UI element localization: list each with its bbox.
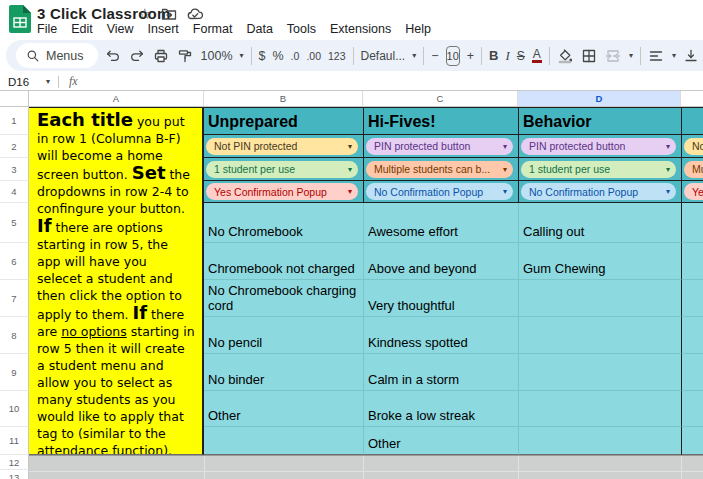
font-size-input[interactable]: 10	[446, 46, 460, 66]
chip-caret-icon[interactable]: ▾	[348, 165, 352, 174]
strikethrough-button[interactable]: S	[517, 49, 525, 63]
font-caret-icon[interactable]: ▾	[412, 51, 416, 60]
column-header-e-partial[interactable]	[681, 91, 703, 106]
empty-rows-area[interactable]	[29, 455, 703, 479]
paint-format-button[interactable]	[177, 47, 194, 64]
text-color-button[interactable]: A	[532, 48, 542, 63]
menu-data[interactable]: Data	[239, 21, 279, 37]
chip-caret-icon[interactable]: ▾	[348, 142, 352, 151]
menu-tools[interactable]: Tools	[280, 21, 323, 37]
row-header[interactable]: 3	[0, 158, 29, 181]
cell-b11[interactable]	[204, 427, 363, 455]
select-all-corner[interactable]	[0, 91, 29, 106]
star-icon[interactable]: ☆	[138, 6, 151, 22]
fill-color-button[interactable]	[557, 47, 574, 64]
vertical-align-button[interactable]	[683, 47, 700, 64]
increase-decimal-button[interactable]: .00	[306, 50, 321, 62]
cell-b4-dropdown[interactable]: Yes Confirmation Popup▾	[204, 181, 363, 203]
cell-d4-dropdown[interactable]: No Confirmation Popup▾	[518, 181, 681, 203]
cell-c9[interactable]: Calm in a storm	[363, 354, 518, 391]
cell-b10[interactable]: Other	[204, 391, 363, 427]
name-box-caret-icon[interactable]: ▾	[46, 77, 50, 86]
row-header[interactable]: 10	[0, 391, 29, 427]
cell-e4-dropdown[interactable]: Yes	[681, 181, 703, 203]
zoom-level[interactable]: 100%	[201, 49, 233, 63]
cell-e8[interactable]	[681, 317, 703, 354]
cloud-status-icon[interactable]	[187, 6, 204, 22]
cell-d1-title[interactable]: Behavior	[518, 107, 681, 135]
menu-format[interactable]: Format	[186, 21, 240, 37]
format-currency-button[interactable]: $	[259, 49, 266, 63]
menu-view[interactable]: View	[100, 21, 141, 37]
cell-b3-dropdown[interactable]: 1 student per use▾	[204, 158, 363, 181]
cell-e1-title[interactable]	[681, 107, 703, 135]
row-header[interactable]: 12	[0, 455, 29, 470]
merge-caret-icon[interactable]: ▾	[629, 51, 633, 60]
column-header-c[interactable]: C	[363, 91, 518, 106]
menu-edit[interactable]: Edit	[64, 21, 100, 37]
row-header[interactable]: 5	[0, 203, 29, 243]
cell-d5[interactable]: Calling out	[518, 203, 681, 243]
cell-d7[interactable]	[518, 280, 681, 317]
cell-c11[interactable]: Other	[363, 427, 518, 455]
row-header[interactable]: 8	[0, 317, 29, 354]
cell-c3-dropdown[interactable]: Multiple students can b...▾	[363, 158, 518, 181]
menu-help[interactable]: Help	[398, 21, 438, 37]
cell-d2-dropdown[interactable]: PIN protected button▾	[518, 135, 681, 158]
name-box[interactable]: D16	[0, 76, 46, 88]
chip-caret-icon[interactable]: ▾	[503, 165, 507, 174]
menu-insert[interactable]: Insert	[141, 21, 186, 37]
row-header[interactable]: 2	[0, 135, 29, 158]
chip-caret-icon[interactable]: ▾	[666, 187, 670, 196]
cell-d3-dropdown[interactable]: 1 student per use▾	[518, 158, 681, 181]
decrease-decimal-button[interactable]: .0	[291, 50, 300, 62]
redo-button[interactable]	[129, 47, 146, 64]
cell-c1-title[interactable]: Hi-Fives!	[363, 107, 518, 135]
formula-input[interactable]	[78, 73, 703, 90]
print-button[interactable]	[153, 47, 170, 64]
cell-e10[interactable]	[681, 391, 703, 427]
cell-b6[interactable]: Chromebook not charged	[204, 243, 363, 280]
chip-caret-icon[interactable]: ▾	[503, 142, 507, 151]
cell-e6[interactable]	[681, 243, 703, 280]
cell-e3-dropdown[interactable]: Mul	[681, 158, 703, 181]
move-folder-icon[interactable]	[161, 6, 177, 22]
cell-c7[interactable]: Very thoughtful	[363, 280, 518, 317]
sheets-logo-icon[interactable]	[9, 5, 31, 33]
cell-d9[interactable]	[518, 354, 681, 391]
chip-caret-icon[interactable]: ▾	[666, 142, 670, 151]
cell-c5[interactable]: Awesome effort	[363, 203, 518, 243]
cell-b1-title[interactable]: Unprepared	[204, 107, 363, 135]
cell-b5[interactable]: No Chromebook	[204, 203, 363, 243]
row-header[interactable]: 9	[0, 354, 29, 391]
bold-button[interactable]: B	[489, 48, 498, 63]
number-format-button[interactable]: 123	[328, 50, 346, 62]
merge-cells-button[interactable]	[605, 47, 622, 64]
undo-button[interactable]	[105, 47, 122, 64]
cell-c8[interactable]: Kindness spotted	[363, 317, 518, 354]
row-header[interactable]: 1	[0, 107, 29, 135]
italic-button[interactable]: I	[506, 48, 510, 64]
row-header[interactable]: 13	[0, 470, 29, 479]
cell-e5[interactable]	[681, 203, 703, 243]
cell-c2-dropdown[interactable]: PIN protected button▾	[363, 135, 518, 158]
cell-c10[interactable]: Broke a low streak	[363, 391, 518, 427]
zoom-caret-icon[interactable]: ▾	[240, 51, 244, 60]
format-percent-button[interactable]: %	[272, 49, 283, 63]
horizontal-align-caret-icon[interactable]: ▾	[672, 51, 676, 60]
cell-c4-dropdown[interactable]: No Confirmation Popup▾	[363, 181, 518, 203]
cell-b7[interactable]: No Chromebook charging cord	[204, 280, 363, 317]
cell-a1-instruction-note[interactable]: Each title you put in row 1 (Columna B-F…	[29, 107, 204, 455]
row-header[interactable]: 6	[0, 243, 29, 280]
font-selector[interactable]: Defaul...	[361, 49, 406, 63]
row-header[interactable]: 11	[0, 427, 29, 455]
cell-d6[interactable]: Gum Chewing	[518, 243, 681, 280]
row-header[interactable]: 4	[0, 181, 29, 203]
cell-b2-dropdown[interactable]: Not PIN protected▾	[204, 135, 363, 158]
column-header-a[interactable]: A	[29, 91, 204, 106]
cell-d10[interactable]	[518, 391, 681, 427]
cell-e7[interactable]	[681, 280, 703, 317]
cell-d11[interactable]	[518, 427, 681, 455]
cell-b8[interactable]: No pencil	[204, 317, 363, 354]
cell-b9[interactable]: No binder	[204, 354, 363, 391]
